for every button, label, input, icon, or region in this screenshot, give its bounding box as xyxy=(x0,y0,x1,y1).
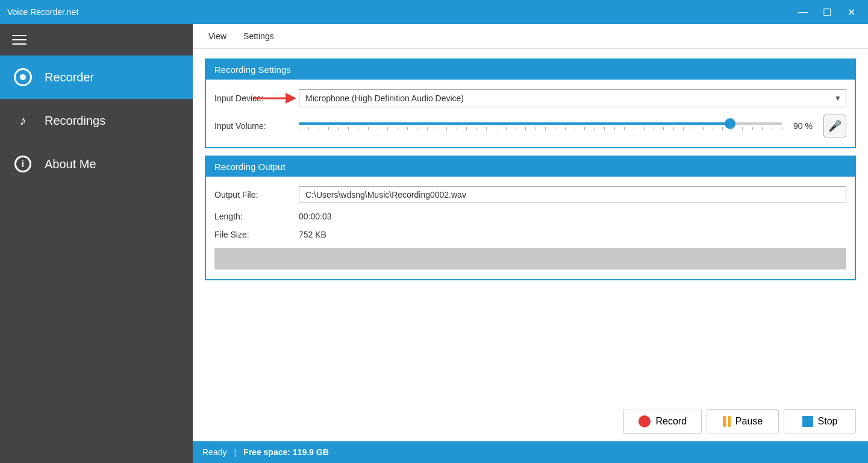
hamburger-button[interactable] xyxy=(0,24,193,55)
menu-view[interactable]: View xyxy=(202,29,233,43)
stop-label: Stop xyxy=(818,416,838,427)
file-size-row: File Size: 752 KB xyxy=(214,230,846,239)
status-divider: | xyxy=(234,447,236,457)
device-select[interactable]: Microphone (High Definition Audio Device… xyxy=(299,89,846,107)
input-volume-row: Input Volume: xyxy=(214,115,846,137)
output-file-input[interactable] xyxy=(299,186,846,203)
menu-settings[interactable]: Settings xyxy=(237,29,280,43)
content-area: Recording Settings Input Device: xyxy=(193,49,868,402)
volume-slider[interactable] xyxy=(299,122,782,125)
sidebar-label-recorder: Recorder xyxy=(45,71,94,84)
device-select-wrapper: Microphone (High Definition Audio Device… xyxy=(299,89,846,107)
sidebar-item-recordings[interactable]: ♪ Recordings xyxy=(0,99,193,142)
status-free-space: Free space: 119.9 GB xyxy=(243,447,329,457)
input-volume-control: 90 % 🎤 xyxy=(299,115,846,137)
recording-settings-body: Input Device: xyxy=(206,80,855,147)
sidebar: Recorder ♪ Recordings i About Me xyxy=(0,24,193,463)
file-size-label: File Size: xyxy=(214,230,299,239)
length-value: 00:00:03 xyxy=(299,212,332,221)
info-icon: i xyxy=(12,153,34,175)
waveform-area xyxy=(214,248,846,269)
sidebar-item-about[interactable]: i About Me xyxy=(0,142,193,186)
volume-percent: 90 % xyxy=(793,121,813,131)
status-bar: Ready | Free space: 119.9 GB xyxy=(193,441,868,463)
input-volume-label: Input Volume: xyxy=(214,121,299,131)
slider-row: 90 % 🎤 xyxy=(299,115,846,137)
record-label: Record xyxy=(655,416,687,427)
sidebar-label-recordings: Recordings xyxy=(45,114,105,128)
stop-button[interactable]: Stop xyxy=(784,409,856,433)
pause-label: Pause xyxy=(735,416,763,427)
record-button[interactable]: Record xyxy=(623,409,702,434)
app-title: Voice Recorder.net xyxy=(7,7,78,17)
music-note-icon: ♪ xyxy=(12,110,34,131)
mic-button[interactable]: 🎤 xyxy=(823,115,846,137)
menu-bar: View Settings xyxy=(193,24,868,49)
record-circle-icon xyxy=(639,415,651,427)
sidebar-item-recorder[interactable]: Recorder xyxy=(0,55,193,99)
output-file-label: Output File: xyxy=(214,190,299,200)
title-bar: Voice Recorder.net — ☐ ✕ xyxy=(0,0,868,24)
recording-settings-header: Recording Settings xyxy=(206,60,855,80)
sidebar-nav: Recorder ♪ Recordings i About Me xyxy=(0,55,193,186)
bottom-bar: Record Pause Stop xyxy=(193,402,868,441)
length-row: Length: 00:00:03 xyxy=(214,212,846,221)
maximize-button[interactable]: ☐ xyxy=(817,4,837,20)
stop-square-icon xyxy=(802,416,813,427)
slider-ticks xyxy=(299,127,782,130)
output-file-row: Output File: xyxy=(214,186,846,203)
input-device-row: Input Device: xyxy=(214,89,846,107)
input-device-label: Input Device: xyxy=(214,93,299,103)
recording-output-section: Recording Output Output File: Length: 00… xyxy=(205,156,856,280)
hamburger-icon xyxy=(12,35,27,45)
window-controls: — ☐ ✕ xyxy=(793,4,861,20)
recording-output-body: Output File: Length: 00:00:03 File Size:… xyxy=(206,177,855,279)
pause-icon xyxy=(723,416,731,427)
main-content: View Settings Recording Settings Input D… xyxy=(193,24,868,463)
input-device-control: Microphone (High Definition Audio Device… xyxy=(299,89,846,107)
sidebar-label-about: About Me xyxy=(45,157,96,171)
volume-slider-container xyxy=(299,122,782,130)
record-icon xyxy=(12,66,34,88)
length-label: Length: xyxy=(214,212,299,221)
status-ready: Ready xyxy=(202,447,226,457)
app-container: Recorder ♪ Recordings i About Me View Se… xyxy=(0,24,868,463)
pause-button[interactable]: Pause xyxy=(707,409,779,433)
close-button[interactable]: ✕ xyxy=(841,4,861,20)
minimize-button[interactable]: — xyxy=(793,4,813,20)
recording-output-header: Recording Output xyxy=(206,157,855,177)
recording-settings-section: Recording Settings Input Device: xyxy=(205,58,856,148)
file-size-value: 752 KB xyxy=(299,230,326,239)
